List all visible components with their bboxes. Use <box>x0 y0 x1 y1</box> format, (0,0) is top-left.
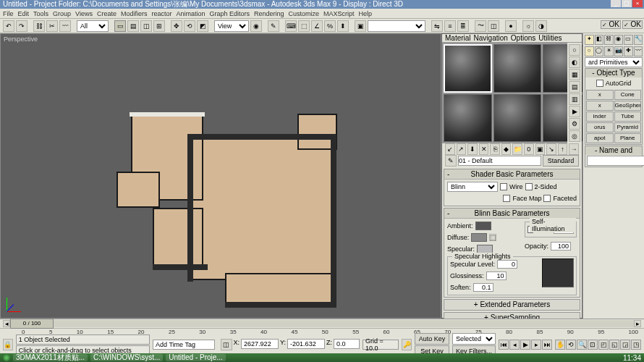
ok-button-2[interactable]: ✓ OK <box>622 20 643 29</box>
timeline-end-icon[interactable]: ▸ <box>634 320 641 327</box>
box-button[interactable]: x <box>586 90 614 100</box>
object-type-header[interactable]: - Object Type <box>585 69 642 77</box>
coord-x-input[interactable] <box>241 339 279 349</box>
min-max-toggle-button[interactable]: ◳ <box>631 340 641 350</box>
timeline[interactable]: ◂ 0 / 100 ▸ <box>0 319 644 329</box>
material-slot-5[interactable] <box>493 94 542 143</box>
menu-maxscript[interactable]: MAXScript <box>323 10 355 17</box>
taskbar-item-3[interactable]: Untitled - Proje... <box>166 354 225 361</box>
sample-type-button[interactable]: ○ <box>569 44 580 56</box>
preview-button[interactable]: ▶ <box>569 106 580 117</box>
menu-tools[interactable]: Tools <box>33 10 48 17</box>
sphere-button[interactable]: x <box>586 101 614 111</box>
geometry-subtab[interactable]: ○ <box>585 46 594 56</box>
mat-menu-navigation[interactable]: Navigation <box>474 34 508 42</box>
move-button[interactable]: ✥ <box>171 20 182 32</box>
ok-button-1[interactable]: ✓ OK <box>601 20 621 29</box>
menu-file[interactable]: File <box>3 10 14 17</box>
render-scene-button[interactable]: ☼ <box>522 20 534 32</box>
next-frame-button[interactable]: ▸ <box>531 340 541 350</box>
utilities-tab[interactable]: 🔧 <box>634 35 643 45</box>
diffuse-lock-icon[interactable]: ⬚ <box>489 234 496 241</box>
scale-button[interactable]: ◩ <box>197 20 208 32</box>
pan-view-button[interactable]: ✋ <box>555 340 565 350</box>
select-by-mat-button[interactable]: ◎ <box>569 130 580 142</box>
options-button[interactable]: ⚙ <box>569 118 580 130</box>
geosphere-button[interactable]: GeoSphere <box>614 101 642 111</box>
glossiness-spinner[interactable] <box>486 272 507 280</box>
autogrid-checkbox[interactable] <box>596 80 603 87</box>
zoom-all-button[interactable]: ⊡ <box>588 340 598 350</box>
redo-button[interactable]: ↷ <box>16 20 27 32</box>
name-color-header[interactable]: - Name and Color <box>585 146 642 155</box>
spec-level-spinner[interactable] <box>497 260 517 269</box>
unlink-button[interactable]: ✂ <box>46 20 58 32</box>
bind-spacewarp-button[interactable]: 〰 <box>59 20 71 32</box>
coord-y-input[interactable] <box>287 339 325 349</box>
schematic-button[interactable]: ◫ <box>488 20 499 32</box>
start-button[interactable] <box>3 354 10 361</box>
undo-button[interactable]: ↶ <box>3 20 14 32</box>
reset-button[interactable]: ✕ <box>479 143 489 155</box>
pyramid-button[interactable]: Pyramid <box>614 122 642 132</box>
modify-tab[interactable]: ◧ <box>595 35 604 45</box>
menu-help[interactable]: Help <box>359 10 373 17</box>
mirror-button[interactable]: ⇋ <box>431 20 443 32</box>
prev-frame-button[interactable]: ◂ <box>509 340 520 350</box>
select-by-name-button[interactable]: ▤ <box>127 20 139 32</box>
opacity-spinner[interactable] <box>551 242 571 251</box>
angle-snap-button[interactable]: ∠ <box>311 20 323 32</box>
wire-checkbox[interactable] <box>500 183 507 190</box>
percent-snap-button[interactable]: % <box>324 20 336 32</box>
menu-reactor[interactable]: reactor <box>151 10 171 17</box>
create-tab[interactable]: ✦ <box>585 35 594 45</box>
zoom-extents-button[interactable]: ◱ <box>609 340 619 350</box>
named-selection-select[interactable] <box>368 20 425 32</box>
snap-toggle-button[interactable]: ⬚ <box>298 20 310 32</box>
torus-button[interactable]: orus <box>586 122 614 132</box>
cone-button[interactable]: Cone <box>614 90 642 100</box>
menu-modifiers[interactable]: Modifiers <box>121 10 148 17</box>
select-region-button[interactable]: ◫ <box>140 20 152 32</box>
close-button[interactable]: × <box>632 0 643 7</box>
object-name-input[interactable] <box>587 156 644 166</box>
selection-filter-select[interactable]: All <box>77 20 109 32</box>
align-button[interactable]: ≡ <box>444 20 456 32</box>
motion-tab[interactable]: ◉ <box>614 35 624 45</box>
field-of-view-button[interactable]: ◰ <box>598 340 609 350</box>
put-to-lib-button[interactable]: 📁 <box>512 143 522 155</box>
show-map-button[interactable]: ▣ <box>535 143 546 155</box>
lock-selection-button[interactable]: 🔒 <box>3 339 13 350</box>
mat-menu-material[interactable]: Material <box>445 34 471 42</box>
material-name-input[interactable] <box>458 156 541 166</box>
cameras-subtab[interactable]: 📷 <box>614 46 624 56</box>
menu-customize[interactable]: Customize <box>289 10 320 17</box>
spinner-snap-button[interactable]: ⬍ <box>337 20 349 32</box>
shader-select[interactable]: Blinn <box>447 182 498 192</box>
zoom-button[interactable]: 🔍 <box>577 340 587 350</box>
mat-id-button[interactable]: 0 <box>524 143 534 155</box>
absolute-mode-button[interactable]: ◫ <box>221 339 232 350</box>
diffuse-swatch[interactable] <box>471 233 487 242</box>
ref-coord-select[interactable]: View <box>214 20 249 32</box>
hierarchy-tab[interactable]: ⛓ <box>604 35 614 45</box>
helpers-subtab[interactable]: ✚ <box>624 46 633 56</box>
geometry-category-select[interactable]: ard Primitives <box>585 57 643 67</box>
display-tab[interactable]: ▭ <box>624 35 633 45</box>
taskbar-item-1[interactable]: 3DMAX2011材质贴... <box>13 354 88 361</box>
key-mode-select[interactable]: Selected <box>452 333 496 345</box>
rotate-button[interactable]: ⟲ <box>184 20 195 32</box>
menu-animation[interactable]: Animation <box>176 10 205 17</box>
soften-spinner[interactable] <box>473 283 493 292</box>
video-check-button[interactable]: ▥ <box>569 93 580 105</box>
link-button[interactable]: ⛓ <box>33 20 45 32</box>
timeline-handle[interactable]: 0 / 100 <box>10 319 54 329</box>
mat-menu-utilities[interactable]: Utilities <box>538 34 562 42</box>
material-slot-2[interactable] <box>493 44 542 93</box>
go-parent-button[interactable]: ↑ <box>558 143 568 155</box>
play-button[interactable]: ▶ <box>520 340 530 350</box>
taskbar-clock[interactable]: 11:34 <box>623 354 641 362</box>
backlight-button[interactable]: ◐ <box>569 56 580 68</box>
timeline-start-icon[interactable]: ◂ <box>3 320 10 327</box>
rollout-extended[interactable]: + Extended Parameters <box>444 299 580 311</box>
